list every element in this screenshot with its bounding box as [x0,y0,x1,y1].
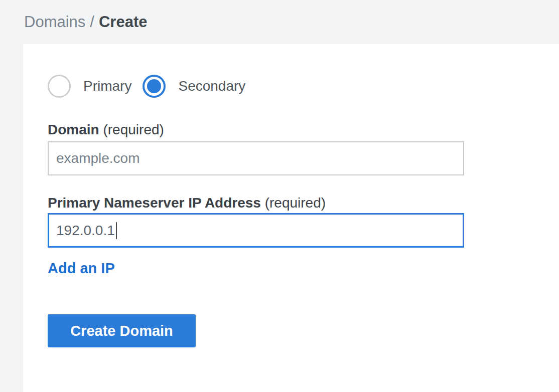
domain-label-text: Domain [48,122,99,137]
radio-label-primary: Primary [83,78,131,94]
create-domain-panel: Primary Secondary Domain (required) Prim… [23,44,559,392]
breadcrumb-domains[interactable]: Domains [24,13,85,31]
create-domain-button[interactable]: Create Domain [48,314,196,347]
ip-label-text: Primary Nameserver IP Address [48,195,261,211]
radio-option-secondary[interactable]: Secondary [143,75,245,98]
domain-input[interactable] [48,141,464,175]
radio-option-primary[interactable]: Primary [48,75,131,98]
ip-input-value: 192.0.0.1 [56,223,115,239]
radio-unselected-icon[interactable] [48,75,71,98]
domain-field-label: Domain (required) [48,121,559,139]
ip-field-label: Primary Nameserver IP Address (required) [48,194,559,212]
breadcrumb-create: Create [99,13,148,31]
primary-ns-ip-input[interactable]: 192.0.0.1 [48,213,464,248]
breadcrumb-separator: / [90,13,94,31]
radio-selected-icon[interactable] [143,75,166,98]
add-an-ip-link[interactable]: Add an IP [48,260,115,277]
breadcrumb: Domains / Create [0,0,559,44]
ip-required-hint: (required) [265,195,326,211]
radio-label-secondary: Secondary [178,78,245,94]
radio-dot [147,79,161,93]
text-caret [116,222,117,239]
zone-type-radio-group: Primary Secondary [48,75,559,98]
domain-required-hint: (required) [103,122,164,137]
